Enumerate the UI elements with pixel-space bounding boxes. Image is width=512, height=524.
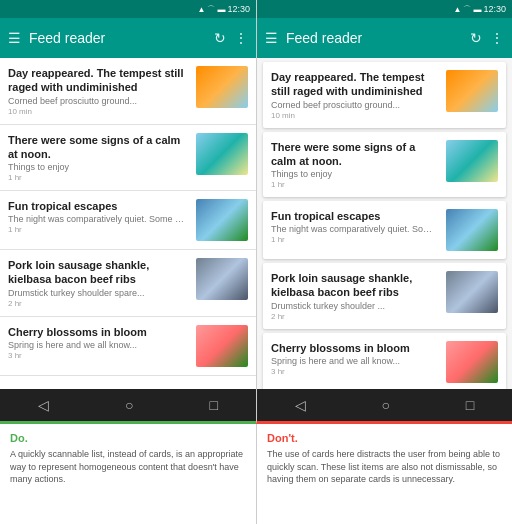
back-button-right[interactable] xyxy=(295,397,306,413)
feed-thumbnail xyxy=(196,325,248,367)
feed-item-subtitle: Spring is here and we all know... xyxy=(8,340,188,350)
back-button-left[interactable] xyxy=(38,397,49,413)
nav-bar-right xyxy=(257,389,512,421)
feed-item-time: 1 hr xyxy=(271,180,438,189)
list-item[interactable]: Fun tropical escapes The night was compa… xyxy=(0,191,256,250)
feed-thumbnail xyxy=(196,199,248,241)
feed-item-content: Cherry blossoms in bloom Spring is here … xyxy=(8,325,188,360)
menu-icon-left[interactable] xyxy=(8,30,21,46)
feed-item-title: Pork loin sausage shankle, kielbasa baco… xyxy=(271,271,438,300)
feed-item-time: 3 hr xyxy=(271,367,438,376)
status-icons-right: 12:30 xyxy=(454,4,506,15)
left-panel: 12:30 Feed reader Day reappeared. The te… xyxy=(0,0,256,424)
feed-item-time: 10 min xyxy=(8,107,188,116)
more-icon-right[interactable] xyxy=(490,30,504,46)
refresh-icon-left[interactable] xyxy=(214,30,226,46)
list-item[interactable]: Cherry blossoms in bloom Spring is here … xyxy=(0,317,256,376)
dont-description: The use of cards here distracts the user… xyxy=(267,448,502,486)
status-bar-right: 12:30 xyxy=(257,0,512,18)
feed-item-time: 2 hr xyxy=(271,312,438,321)
feed-item-time: 1 hr xyxy=(271,235,438,244)
feed-item-time: 3 hr xyxy=(8,351,188,360)
feed-thumbnail xyxy=(446,341,498,383)
feed-item-title: There were some signs of a calm at noon. xyxy=(271,140,438,169)
feed-item-subtitle: Corned beef prosciutto ground... xyxy=(8,96,188,106)
feed-thumbnail xyxy=(446,271,498,313)
do-description: A quickly scannable list, instead of car… xyxy=(10,448,246,486)
app-title-left: Feed reader xyxy=(29,30,206,46)
feed-list-left: Day reappeared. The tempest still raged … xyxy=(0,58,256,389)
list-item[interactable]: There were some signs of a calm at noon.… xyxy=(0,125,256,192)
refresh-icon-right[interactable] xyxy=(470,30,482,46)
app-bar-left: Feed reader xyxy=(0,18,256,58)
feed-thumbnail xyxy=(196,133,248,175)
feed-item-title: There were some signs of a calm at noon. xyxy=(8,133,188,162)
feed-item-title: Fun tropical escapes xyxy=(271,209,438,223)
feed-item-subtitle: Spring is here and we all know... xyxy=(271,356,438,366)
feed-item-content: Pork loin sausage shankle, kielbasa baco… xyxy=(271,271,438,321)
battery-icon xyxy=(217,4,225,14)
recent-button-right[interactable] xyxy=(466,397,474,413)
feed-item-time: 1 hr xyxy=(8,173,188,182)
feed-list-right: Day reappeared. The tempest still raged … xyxy=(257,58,512,389)
feed-item-title: Day reappeared. The tempest still raged … xyxy=(271,70,438,99)
signal-icon xyxy=(198,4,206,14)
feed-item-content: There were some signs of a calm at noon.… xyxy=(8,133,188,183)
list-item[interactable]: Cherry blossoms in bloom Spring is here … xyxy=(263,333,506,389)
feed-item-subtitle: Drumstick turkey shoulder ... xyxy=(271,301,438,311)
feed-item-content: There were some signs of a calm at noon.… xyxy=(271,140,438,190)
feed-item-content: Fun tropical escapes The night was compa… xyxy=(8,199,188,234)
feed-item-title: Day reappeared. The tempest still raged … xyxy=(8,66,188,95)
list-item[interactable]: Fun tropical escapes The night was compa… xyxy=(263,201,506,259)
do-panel: Do. A quickly scannable list, instead of… xyxy=(0,424,256,524)
feed-item-subtitle: Drumstick turkey shoulder spare... xyxy=(8,288,188,298)
feed-item-time: 10 min xyxy=(271,111,438,120)
home-button-right[interactable] xyxy=(382,397,390,413)
list-item[interactable]: Day reappeared. The tempest still raged … xyxy=(0,58,256,125)
time-right: 12:30 xyxy=(483,4,506,14)
feed-item-title: Cherry blossoms in bloom xyxy=(8,325,188,339)
feed-thumbnail xyxy=(446,140,498,182)
feed-item-content: Cherry blossoms in bloom Spring is here … xyxy=(271,341,438,376)
list-item[interactable]: Pork loin sausage shankle, kielbasa baco… xyxy=(0,250,256,317)
feed-item-content: Day reappeared. The tempest still raged … xyxy=(271,70,438,120)
more-icon-left[interactable] xyxy=(234,30,248,46)
bottom-section: Do. A quickly scannable list, instead of… xyxy=(0,424,512,524)
feed-item-content: Fun tropical escapes The night was compa… xyxy=(271,209,438,244)
feed-item-subtitle: Corned beef prosciutto ground... xyxy=(271,100,438,110)
feed-item-subtitle: Things to enjoy xyxy=(8,162,188,172)
feed-thumbnail xyxy=(196,258,248,300)
signal-icon xyxy=(454,4,462,14)
feed-item-title: Pork loin sausage shankle, kielbasa baco… xyxy=(8,258,188,287)
do-label: Do. xyxy=(10,432,246,444)
feed-item-content: Pork loin sausage shankle, kielbasa baco… xyxy=(8,258,188,308)
feed-item-title: Fun tropical escapes xyxy=(8,199,188,213)
wifi-icon xyxy=(463,4,471,15)
menu-icon-right[interactable] xyxy=(265,30,278,46)
dont-panel: Don't. The use of cards here distracts t… xyxy=(256,424,512,524)
wifi-icon xyxy=(207,4,215,15)
feed-item-time: 2 hr xyxy=(8,299,188,308)
feed-thumbnail xyxy=(446,70,498,112)
feed-thumbnail xyxy=(196,66,248,108)
list-item[interactable]: Pork loin sausage shankle, kielbasa baco… xyxy=(263,263,506,329)
feed-item-title: Cherry blossoms in bloom xyxy=(271,341,438,355)
dont-label: Don't. xyxy=(267,432,502,444)
feed-item-content: Day reappeared. The tempest still raged … xyxy=(8,66,188,116)
home-button-left[interactable] xyxy=(125,397,133,413)
nav-bar-left xyxy=(0,389,256,421)
app-bar-right: Feed reader xyxy=(257,18,512,58)
list-item[interactable]: Day reappeared. The tempest still raged … xyxy=(263,62,506,128)
list-item[interactable]: There were some signs of a calm at noon.… xyxy=(263,132,506,198)
feed-item-time: 1 hr xyxy=(8,225,188,234)
recent-button-left[interactable] xyxy=(210,397,218,413)
feed-item-subtitle: Things to enjoy xyxy=(271,169,438,179)
status-icons-left: 12:30 xyxy=(198,4,250,15)
right-panel: 12:30 Feed reader Day reappeared. The te… xyxy=(256,0,512,424)
feed-item-subtitle: The night was comparatively quiet. Some … xyxy=(271,224,438,234)
time-left: 12:30 xyxy=(227,4,250,14)
app-title-right: Feed reader xyxy=(286,30,462,46)
status-bar-left: 12:30 xyxy=(0,0,256,18)
feed-item-subtitle: The night was comparatively quiet. Some … xyxy=(8,214,188,224)
comparison-container: 12:30 Feed reader Day reappeared. The te… xyxy=(0,0,512,424)
